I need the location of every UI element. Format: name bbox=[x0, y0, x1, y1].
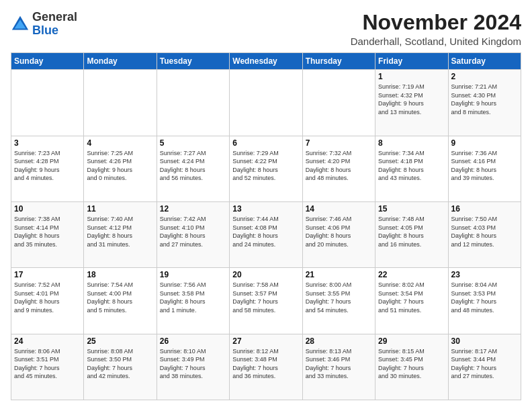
cell-4-6: 30Sunrise: 8:17 AM Sunset: 3:44 PM Dayli… bbox=[448, 334, 521, 400]
logo: General Blue bbox=[11, 11, 77, 38]
day-number-26: 26 bbox=[160, 336, 226, 346]
cell-0-0 bbox=[11, 70, 84, 136]
calendar-table: Sunday Monday Tuesday Wednesday Thursday… bbox=[11, 52, 521, 400]
cell-4-4: 28Sunrise: 8:13 AM Sunset: 3:46 PM Dayli… bbox=[302, 334, 375, 400]
day-number-11: 11 bbox=[87, 204, 153, 214]
day-info-28: Sunrise: 8:13 AM Sunset: 3:46 PM Dayligh… bbox=[306, 347, 372, 381]
day-info-19: Sunrise: 7:56 AM Sunset: 3:58 PM Dayligh… bbox=[160, 281, 226, 314]
location: Danderhall, Scotland, United Kingdom bbox=[351, 36, 521, 47]
day-info-24: Sunrise: 8:06 AM Sunset: 3:51 PM Dayligh… bbox=[14, 347, 81, 381]
day-number-3: 3 bbox=[14, 138, 81, 148]
cell-1-3: 6Sunrise: 7:29 AM Sunset: 4:22 PM Daylig… bbox=[230, 136, 302, 201]
day-info-21: Sunrise: 8:00 AM Sunset: 3:55 PM Dayligh… bbox=[306, 281, 372, 314]
cell-1-4: 7Sunrise: 7:32 AM Sunset: 4:20 PM Daylig… bbox=[302, 136, 375, 201]
cell-0-6: 2Sunrise: 7:21 AM Sunset: 4:30 PM Daylig… bbox=[448, 70, 521, 136]
day-info-22: Sunrise: 8:02 AM Sunset: 3:54 PM Dayligh… bbox=[378, 281, 445, 314]
day-number-4: 4 bbox=[87, 138, 153, 148]
day-number-10: 10 bbox=[14, 204, 81, 214]
cell-3-1: 18Sunrise: 7:54 AM Sunset: 4:00 PM Dayli… bbox=[84, 268, 157, 334]
col-friday: Friday bbox=[375, 53, 448, 70]
day-number-8: 8 bbox=[378, 138, 445, 148]
day-number-13: 13 bbox=[232, 204, 299, 214]
header: General Blue November 2024 Danderhall, S… bbox=[11, 11, 521, 47]
col-wednesday: Wednesday bbox=[230, 53, 302, 70]
day-number-25: 25 bbox=[87, 336, 153, 346]
day-number-17: 17 bbox=[14, 270, 81, 279]
logo-text: General Blue bbox=[32, 11, 77, 38]
cell-4-5: 29Sunrise: 8:15 AM Sunset: 3:45 PM Dayli… bbox=[375, 334, 448, 400]
day-info-13: Sunrise: 7:44 AM Sunset: 4:08 PM Dayligh… bbox=[232, 215, 299, 248]
col-tuesday: Tuesday bbox=[157, 53, 229, 70]
week-row-2: 10Sunrise: 7:38 AM Sunset: 4:14 PM Dayli… bbox=[11, 201, 521, 267]
cell-3-5: 22Sunrise: 8:02 AM Sunset: 3:54 PM Dayli… bbox=[375, 268, 448, 334]
cell-2-0: 10Sunrise: 7:38 AM Sunset: 4:14 PM Dayli… bbox=[11, 201, 84, 267]
day-number-5: 5 bbox=[160, 138, 226, 148]
day-info-5: Sunrise: 7:27 AM Sunset: 4:24 PM Dayligh… bbox=[160, 149, 226, 183]
day-number-21: 21 bbox=[306, 270, 372, 279]
day-number-23: 23 bbox=[451, 270, 518, 279]
cell-2-3: 13Sunrise: 7:44 AM Sunset: 4:08 PM Dayli… bbox=[230, 201, 302, 267]
col-monday: Monday bbox=[84, 53, 157, 70]
day-number-9: 9 bbox=[451, 138, 518, 148]
day-info-20: Sunrise: 7:58 AM Sunset: 3:57 PM Dayligh… bbox=[232, 281, 299, 314]
day-info-26: Sunrise: 8:10 AM Sunset: 3:49 PM Dayligh… bbox=[160, 347, 226, 381]
cell-3-6: 23Sunrise: 8:04 AM Sunset: 3:53 PM Dayli… bbox=[448, 268, 521, 334]
cell-1-2: 5Sunrise: 7:27 AM Sunset: 4:24 PM Daylig… bbox=[157, 136, 229, 201]
day-info-6: Sunrise: 7:29 AM Sunset: 4:22 PM Dayligh… bbox=[232, 149, 299, 183]
day-number-14: 14 bbox=[306, 204, 372, 214]
week-row-3: 17Sunrise: 7:52 AM Sunset: 4:01 PM Dayli… bbox=[11, 268, 521, 334]
cell-2-6: 16Sunrise: 7:50 AM Sunset: 4:03 PM Dayli… bbox=[448, 201, 521, 267]
day-number-19: 19 bbox=[160, 270, 226, 279]
calendar-header-row: Sunday Monday Tuesday Wednesday Thursday… bbox=[11, 53, 521, 70]
day-number-30: 30 bbox=[451, 336, 518, 346]
cell-2-1: 11Sunrise: 7:40 AM Sunset: 4:12 PM Dayli… bbox=[84, 201, 157, 267]
day-info-17: Sunrise: 7:52 AM Sunset: 4:01 PM Dayligh… bbox=[14, 281, 81, 314]
col-saturday: Saturday bbox=[448, 53, 521, 70]
cell-2-4: 14Sunrise: 7:46 AM Sunset: 4:06 PM Dayli… bbox=[302, 201, 375, 267]
logo-blue: Blue bbox=[32, 24, 58, 37]
week-row-4: 24Sunrise: 8:06 AM Sunset: 3:51 PM Dayli… bbox=[11, 334, 521, 400]
cell-0-4 bbox=[302, 70, 375, 136]
cell-1-6: 9Sunrise: 7:36 AM Sunset: 4:16 PM Daylig… bbox=[448, 136, 521, 201]
week-row-0: 1Sunrise: 7:19 AM Sunset: 4:32 PM Daylig… bbox=[11, 70, 521, 136]
day-info-16: Sunrise: 7:50 AM Sunset: 4:03 PM Dayligh… bbox=[451, 215, 518, 248]
day-number-7: 7 bbox=[306, 138, 372, 148]
day-info-14: Sunrise: 7:46 AM Sunset: 4:06 PM Dayligh… bbox=[306, 215, 372, 248]
day-number-16: 16 bbox=[451, 204, 518, 214]
cell-1-1: 4Sunrise: 7:25 AM Sunset: 4:26 PM Daylig… bbox=[84, 136, 157, 201]
cell-3-4: 21Sunrise: 8:00 AM Sunset: 3:55 PM Dayli… bbox=[302, 268, 375, 334]
day-number-28: 28 bbox=[306, 336, 372, 346]
cell-1-5: 8Sunrise: 7:34 AM Sunset: 4:18 PM Daylig… bbox=[375, 136, 448, 201]
day-number-1: 1 bbox=[378, 72, 445, 81]
day-number-12: 12 bbox=[160, 204, 226, 214]
day-number-15: 15 bbox=[378, 204, 445, 214]
day-number-24: 24 bbox=[14, 336, 81, 346]
day-info-1: Sunrise: 7:19 AM Sunset: 4:32 PM Dayligh… bbox=[378, 83, 445, 116]
day-info-15: Sunrise: 7:48 AM Sunset: 4:05 PM Dayligh… bbox=[378, 215, 445, 248]
day-info-11: Sunrise: 7:40 AM Sunset: 4:12 PM Dayligh… bbox=[87, 215, 153, 248]
day-info-18: Sunrise: 7:54 AM Sunset: 4:00 PM Dayligh… bbox=[87, 281, 153, 314]
cell-3-3: 20Sunrise: 7:58 AM Sunset: 3:57 PM Dayli… bbox=[230, 268, 302, 334]
month-title: November 2024 bbox=[351, 11, 521, 34]
page: General Blue November 2024 Danderhall, S… bbox=[0, 0, 532, 411]
day-number-6: 6 bbox=[232, 138, 299, 148]
day-info-30: Sunrise: 8:17 AM Sunset: 3:44 PM Dayligh… bbox=[451, 347, 518, 381]
logo-icon bbox=[11, 15, 30, 34]
day-info-23: Sunrise: 8:04 AM Sunset: 3:53 PM Dayligh… bbox=[451, 281, 518, 314]
day-info-3: Sunrise: 7:23 AM Sunset: 4:28 PM Dayligh… bbox=[14, 149, 81, 183]
col-thursday: Thursday bbox=[302, 53, 375, 70]
cell-4-2: 26Sunrise: 8:10 AM Sunset: 3:49 PM Dayli… bbox=[157, 334, 229, 400]
day-info-4: Sunrise: 7:25 AM Sunset: 4:26 PM Dayligh… bbox=[87, 149, 153, 183]
cell-4-1: 25Sunrise: 8:08 AM Sunset: 3:50 PM Dayli… bbox=[84, 334, 157, 400]
day-info-25: Sunrise: 8:08 AM Sunset: 3:50 PM Dayligh… bbox=[87, 347, 153, 381]
day-info-10: Sunrise: 7:38 AM Sunset: 4:14 PM Dayligh… bbox=[14, 215, 81, 248]
day-info-29: Sunrise: 8:15 AM Sunset: 3:45 PM Dayligh… bbox=[378, 347, 445, 381]
cell-2-5: 15Sunrise: 7:48 AM Sunset: 4:05 PM Dayli… bbox=[375, 201, 448, 267]
cell-0-1 bbox=[84, 70, 157, 136]
cell-4-0: 24Sunrise: 8:06 AM Sunset: 3:51 PM Dayli… bbox=[11, 334, 84, 400]
day-info-2: Sunrise: 7:21 AM Sunset: 4:30 PM Dayligh… bbox=[451, 83, 518, 116]
day-info-12: Sunrise: 7:42 AM Sunset: 4:10 PM Dayligh… bbox=[160, 215, 226, 248]
day-info-8: Sunrise: 7:34 AM Sunset: 4:18 PM Dayligh… bbox=[378, 149, 445, 183]
week-row-1: 3Sunrise: 7:23 AM Sunset: 4:28 PM Daylig… bbox=[11, 136, 521, 201]
cell-0-3 bbox=[230, 70, 302, 136]
